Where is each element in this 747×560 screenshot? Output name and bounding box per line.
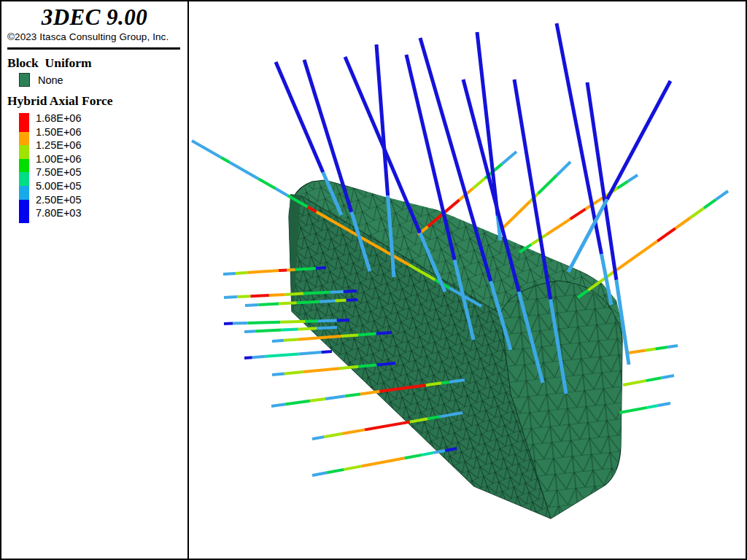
cable-segment-cyan [317, 327, 337, 328]
cable-segment-red [365, 422, 410, 430]
cable-segment-blue [376, 44, 388, 195]
force-scale-value: 7.80E+03 [36, 206, 82, 219]
app-window: 3DEC 9.00 ©2023 Itasca Consulting Group,… [0, 0, 747, 560]
cable-segment-green [704, 200, 716, 209]
force-scale-value: 2.50E+05 [36, 193, 82, 206]
cable-segment-cyan [330, 292, 344, 292]
copyright-text: ©2023 Itasca Consulting Group, Inc. [7, 31, 187, 42]
force-legend-title: Hybrid Axial Force [7, 93, 187, 109]
force-scale-segment [19, 186, 29, 200]
cable-segment-yellowgreen [335, 300, 346, 301]
cable-segment-mint [282, 330, 298, 330]
app-title: 3DEC 9.00 [1, 4, 187, 31]
cable-segment-cyan [557, 162, 570, 175]
cable-segment-cyan [276, 189, 287, 195]
force-cable [244, 351, 332, 358]
cable-segment-green [428, 416, 441, 419]
cable-segment-mint [266, 354, 299, 356]
cable-segment-yellowgreen [623, 381, 646, 385]
cable-segment-yellowgreen [646, 349, 656, 351]
cable-segment-cyan [716, 191, 729, 200]
cable-segment-cyan [223, 273, 236, 274]
cable-segment-blue [376, 332, 392, 334]
legend-divider [7, 47, 180, 50]
cable-segment-cyan [433, 451, 445, 453]
cable-segment-orange [360, 392, 380, 394]
cable-segment-yellowgreen [325, 434, 343, 437]
cable-segment-green [258, 179, 276, 189]
cable-segment-green [405, 455, 422, 458]
cable-segment-yellowgreen [285, 372, 303, 373]
cable-segment-yellowgreen [298, 328, 317, 329]
force-scale-segment [19, 172, 29, 186]
cable-segment-green [358, 365, 376, 366]
cable-segment-mint [648, 405, 658, 408]
cable-segment-yellowgreen [340, 367, 358, 368]
force-scale-value: 1.00E+06 [36, 152, 82, 166]
cable-segment-green [259, 304, 279, 305]
force-cable [623, 376, 674, 385]
cable-segment-yellowgreen [236, 273, 248, 273]
cable-segment-yellowgreen [691, 208, 705, 217]
cable-segment-green [327, 470, 344, 472]
cable-segment-cyan [312, 472, 327, 475]
cable-segment-blue [477, 32, 498, 216]
cable-segment-yellowgreen [284, 339, 298, 340]
model-viewport-3d[interactable] [189, 1, 747, 559]
cable-segment-yellowgreen [473, 179, 485, 189]
cable-segment-cyan [312, 437, 325, 439]
cable-segment-orange [303, 368, 340, 372]
cable-segment-yellowgreen [279, 303, 297, 303]
cable-segment-orange [546, 219, 570, 234]
cable-segment-blue [347, 300, 357, 300]
cable-segment-cyan [325, 396, 345, 399]
cable-segment-blue [322, 351, 332, 352]
cable-segment-yellowgreen [237, 296, 250, 297]
cable-segment-blue [276, 62, 323, 172]
cable-segment-cyan [245, 305, 259, 306]
cable-segment-green [441, 382, 449, 383]
legend-panel: 3DEC 9.00 ©2023 Itasca Consulting Group,… [1, 1, 189, 559]
cable-segment-orange [676, 218, 691, 229]
force-scale-segment [19, 113, 29, 132]
cable-segment-blue [607, 81, 670, 199]
cable-segment-orange [361, 458, 404, 466]
cable-segment-blue [337, 320, 349, 321]
cable-segment-orange [342, 429, 365, 433]
block-legend-item: None [19, 72, 187, 88]
cable-segment-green [646, 378, 662, 381]
force-scale-segment [19, 145, 29, 159]
cable-segment-blue [377, 363, 395, 365]
force-scale-value: 7.50E+05 [36, 166, 82, 179]
force-scale-segment [19, 132, 29, 146]
cable-segment-green [221, 158, 230, 163]
force-scale-value: 1.68E+06 [36, 112, 82, 125]
cable-segment-blue [344, 291, 357, 292]
cable-segment-blue [316, 268, 326, 268]
cable-segment-green [297, 302, 320, 303]
cable-segment-red [250, 295, 269, 296]
cable-segment-red [279, 270, 287, 271]
cable-segment-cyan [230, 163, 259, 179]
cable-segment-green [303, 292, 330, 294]
cable-segment-cyan [244, 331, 255, 332]
force-cable [619, 403, 670, 413]
cable-segment-yellowgreen [280, 322, 305, 322]
cable-segment-cyan [192, 141, 221, 158]
cable-segment-blue [244, 357, 252, 358]
cable-segment-orange [248, 271, 279, 273]
force-scale-segment [19, 159, 29, 173]
cable-segment-cyan [252, 357, 266, 357]
cable-segment-green [358, 334, 376, 335]
cable-segment-cyan [271, 405, 285, 407]
cable-segment-cyan [224, 297, 237, 298]
cable-segment-cyan [658, 403, 671, 405]
force-cable [557, 23, 611, 305]
cable-segment-red [657, 228, 676, 241]
cable-segment-green [538, 175, 557, 193]
cable-segment-yellowgreen [285, 294, 304, 295]
cable-segment-green [345, 394, 360, 396]
force-cable [628, 346, 678, 353]
force-scale-value: 5.00E+05 [36, 179, 82, 192]
cable-segment-cyan [298, 352, 321, 354]
